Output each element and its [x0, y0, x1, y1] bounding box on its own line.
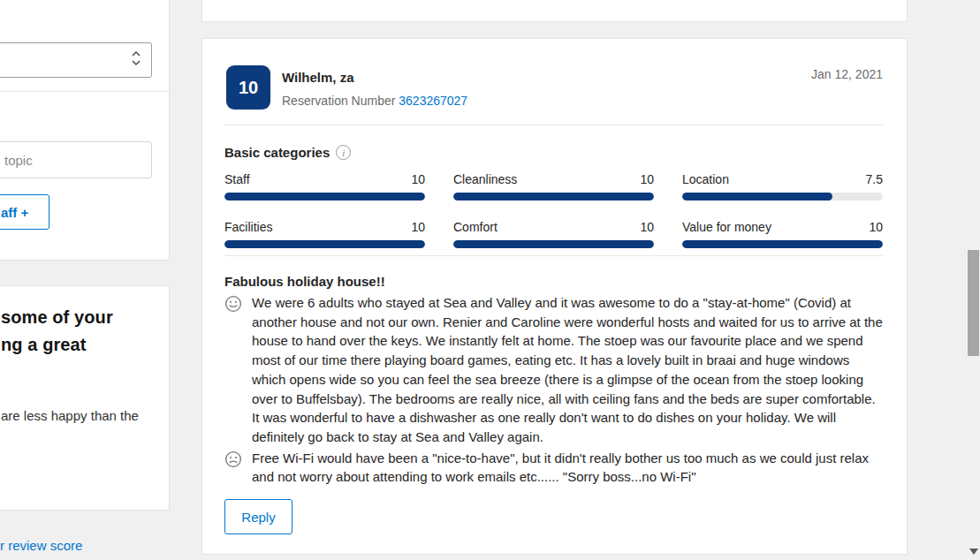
category-value: 10: [411, 220, 425, 234]
insight-heading-line2: ng a great: [1, 331, 113, 359]
sad-face-icon: [224, 449, 242, 487]
category-value: 10: [640, 172, 654, 186]
categories-divider: [224, 255, 883, 256]
info-icon[interactable]: i: [336, 145, 351, 160]
category-bar-track: [682, 193, 883, 201]
happy-face-icon: [224, 293, 242, 447]
insight-body-text: are less happy than the: [1, 406, 139, 425]
category-item: Comfort 10: [453, 220, 654, 248]
reservation-line: Reservation Number 3623267027: [282, 94, 467, 108]
category-bar-fill: [453, 193, 654, 201]
categories-heading-row: Basic categories i: [224, 145, 351, 160]
category-item: Location 7.5: [682, 172, 883, 201]
category-label: Facilities: [224, 220, 272, 234]
sort-select[interactable]: [0, 42, 152, 78]
negative-comment-row: Free Wi-Fi would have been a "nice-to-ha…: [224, 449, 885, 487]
category-value: 10: [869, 220, 883, 234]
category-bar-track: [224, 193, 425, 201]
category-bar-fill: [453, 240, 654, 248]
category-bar-fill: [224, 193, 425, 201]
reviewer-name: Wilhelm, za: [282, 70, 354, 85]
category-bar-track: [682, 240, 883, 248]
category-bar-fill: [682, 193, 832, 201]
category-item: Cleanliness 10: [453, 172, 654, 201]
categories-heading: Basic categories: [224, 145, 330, 160]
reviews-page: aff + some of your ng a great are less h…: [0, 0, 980, 560]
insight-heading-line1: some of your: [1, 304, 113, 331]
category-bar-fill: [224, 240, 425, 248]
negative-comment-text: Free Wi-Fi would have been a "nice-to-ha…: [252, 449, 885, 487]
topic-search-input[interactable]: [0, 141, 152, 178]
staff-topic-filter-button[interactable]: aff +: [0, 194, 49, 230]
category-value: 10: [411, 172, 425, 186]
review-score-badge: 10: [226, 65, 270, 110]
category-value: 7.5: [866, 172, 883, 186]
category-bar-track: [453, 193, 654, 201]
positive-comment-text: We were 6 adults who stayed at Sea and V…: [252, 293, 885, 447]
categories-grid: Staff 10 Cleanliness 10 Loca: [224, 172, 883, 248]
previous-review-card-partial: [201, 0, 908, 22]
category-label: Value for money: [682, 220, 771, 234]
comment-blocks: We were 6 adults who stayed at Sea and V…: [224, 293, 885, 487]
category-bar-track: [453, 240, 654, 248]
reservation-number-link[interactable]: 3623267027: [399, 94, 467, 108]
category-item: Value for money 10: [682, 220, 883, 248]
scrollbar-thumb[interactable]: [968, 250, 979, 356]
category-bar-track: [224, 240, 425, 248]
category-label: Cleanliness: [453, 172, 517, 186]
category-item: Facilities 10: [224, 220, 425, 248]
review-card: 10 Wilhelm, za Reservation Number 362326…: [201, 38, 908, 555]
header-divider: [224, 125, 883, 125]
scrollbar-track[interactable]: [965, 0, 980, 560]
category-label: Staff: [224, 172, 250, 186]
sidebar-panel-divider: [0, 91, 170, 92]
review-title: Fabulous holiday house!!: [224, 274, 385, 289]
category-label: Comfort: [453, 220, 498, 234]
insight-heading: some of your ng a great: [1, 304, 113, 359]
review-date: Jan 12, 2021: [811, 67, 883, 81]
sidebar-insight-card: some of your ng a great are less happy t…: [0, 285, 170, 511]
reservation-label: Reservation Number: [282, 94, 395, 108]
positive-comment-row: We were 6 adults who stayed at Sea and V…: [224, 293, 885, 447]
scrollbar-down-arrow-icon[interactable]: [969, 549, 978, 555]
category-bar-fill: [682, 240, 883, 248]
category-item: Staff 10: [224, 172, 425, 201]
reply-button[interactable]: Reply: [224, 499, 292, 534]
category-value: 10: [640, 220, 654, 234]
review-score-link[interactable]: r review score: [0, 538, 82, 553]
category-label: Location: [682, 172, 729, 186]
updown-chevron-icon: [130, 49, 142, 71]
